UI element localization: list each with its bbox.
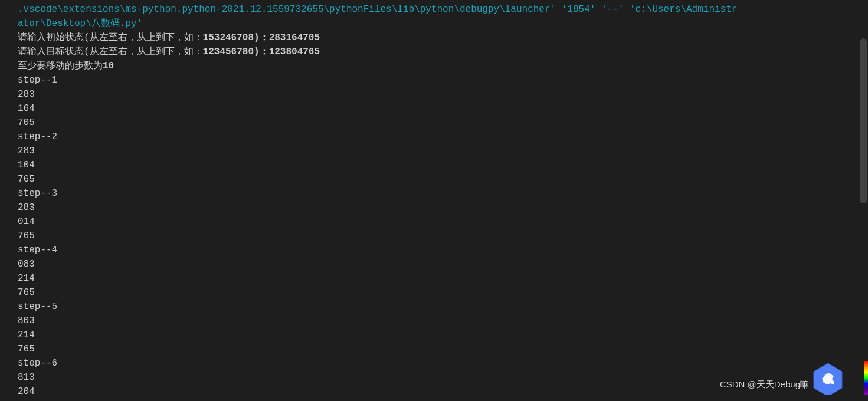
scrollbar-thumb[interactable] xyxy=(860,38,867,203)
step-label: step--3 xyxy=(18,186,868,200)
step-label: step--4 xyxy=(18,243,868,257)
terminal-panel[interactable]: .vscode\extensions\ms-python.python-2021… xyxy=(0,0,868,401)
prompt-initial-state: 请输入初始状态(从左至右，从上到下，如：153246708)：283164705 xyxy=(18,31,868,45)
step-row: 803 xyxy=(18,314,868,328)
step-row: 104 xyxy=(18,158,868,172)
prompt-target-state: 请输入目标状态(从左至右，从上到下，如：123456780)：123804765 xyxy=(18,45,868,59)
step-row: 014 xyxy=(18,215,868,229)
step-row: 164 xyxy=(18,101,868,116)
command-path-line2-suffix: .py' xyxy=(120,18,142,29)
step-row: 765 xyxy=(18,229,868,243)
command-filename: 八数码 xyxy=(91,18,120,29)
watermark-text: CSDN @天天Debug嘛 xyxy=(720,379,809,390)
csdn-logo-icon xyxy=(811,362,844,395)
step-label: step--6 xyxy=(18,356,868,370)
step-row: 765 xyxy=(18,172,868,186)
step-row: 283 xyxy=(18,144,868,158)
rainbow-indicator xyxy=(864,361,868,395)
command-path-line1: .vscode\extensions\ms-python.python-2021… xyxy=(18,4,737,15)
step-row: 283 xyxy=(18,200,868,215)
step-label: step--2 xyxy=(18,130,868,144)
step-row: 214 xyxy=(18,271,868,285)
step-row: 083 xyxy=(18,257,868,271)
step-row: 765 xyxy=(18,342,868,356)
step-row: 214 xyxy=(18,328,868,342)
step-row: 705 xyxy=(18,116,868,130)
step-label: step--5 xyxy=(18,300,868,314)
step-row: 283 xyxy=(18,87,868,101)
step-row: 765 xyxy=(18,285,868,300)
step-label: step--1 xyxy=(18,73,868,87)
command-path-line2-prefix: ator\Desktop\ xyxy=(18,18,91,29)
min-steps-line: 至少要移动的步数为10 xyxy=(18,59,868,73)
